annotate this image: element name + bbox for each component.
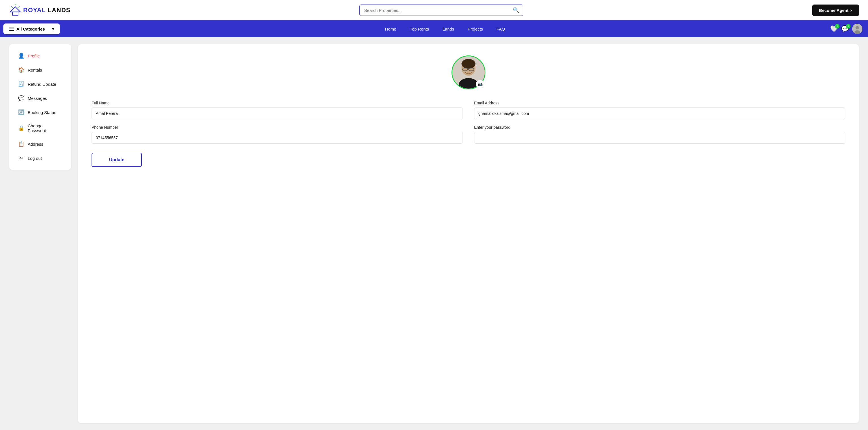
svg-point-6 <box>19 6 20 7</box>
sidebar-item-booking-status[interactable]: 🔄 Booking Status <box>11 105 69 119</box>
update-btn-wrap: Update <box>92 153 845 167</box>
svg-marker-2 <box>12 7 13 8</box>
sidebar-item-label: Refund Update <box>28 82 56 87</box>
sidebar-item-rentals[interactable]: 🏠 Rentals <box>11 63 69 77</box>
sidebar-item-refund-update[interactable]: 🧾 Refund Update <box>11 77 69 91</box>
top-header: ROYAL LANDS 🔍 Become Agent > <box>0 0 868 20</box>
messages-badge: 1 <box>846 24 850 29</box>
sidebar-item-address[interactable]: 📋 Address <box>11 137 69 151</box>
nav-top-rents[interactable]: Top Rents <box>410 27 429 31</box>
sidebar-item-label: Address <box>28 142 43 147</box>
nav-right-icons: 🤍 1 💬 1 <box>830 24 868 34</box>
logo: ROYAL LANDS <box>9 4 70 17</box>
search-icon: 🔍 <box>513 7 519 13</box>
camera-icon: 📷 <box>478 82 483 86</box>
profile-icon: 👤 <box>18 53 24 59</box>
profile-content: 📷 Full Name Email Address Phone Number E… <box>78 44 859 423</box>
sidebar-item-label: Booking Status <box>28 110 56 115</box>
search-bar-area: 🔍 <box>77 4 805 16</box>
svg-marker-0 <box>10 7 20 12</box>
chevron-down-icon: ▾ <box>52 26 54 31</box>
address-icon: 📋 <box>18 141 24 147</box>
logo-text: ROYAL LANDS <box>23 6 70 14</box>
main-layout: 👤 Profile 🏠 Rentals 🧾 Refund Update 💬 Me… <box>0 37 868 430</box>
nav-lands[interactable]: Lands <box>442 27 454 31</box>
profile-form: Full Name Email Address Phone Number Ent… <box>92 101 845 144</box>
lock-icon: 🔒 <box>18 125 24 131</box>
logo-icon <box>9 4 22 17</box>
email-input[interactable] <box>474 108 845 119</box>
booking-icon: 🔄 <box>18 109 24 115</box>
phone-label: Phone Number <box>92 125 463 130</box>
refund-icon: 🧾 <box>18 81 24 87</box>
rentals-icon: 🏠 <box>18 67 24 73</box>
sidebar-item-change-password[interactable]: 🔒 Change Password <box>11 119 69 137</box>
password-input[interactable] <box>474 132 845 144</box>
logout-icon: ↩ <box>18 155 24 161</box>
svg-point-8 <box>856 26 859 29</box>
sidebar-item-profile[interactable]: 👤 Profile <box>11 49 69 63</box>
update-button[interactable]: Update <box>92 153 142 167</box>
password-label: Enter your password <box>474 125 845 130</box>
camera-button[interactable]: 📷 <box>476 80 484 88</box>
messages-icon: 💬 <box>18 95 24 101</box>
messages-button[interactable]: 💬 1 <box>841 25 849 32</box>
nav-faq[interactable]: FAQ <box>496 27 505 31</box>
email-label: Email Address <box>474 101 845 105</box>
svg-point-12 <box>461 59 475 69</box>
svg-point-5 <box>11 6 12 7</box>
sidebar-item-label: Messages <box>28 96 47 101</box>
sidebar: 👤 Profile 🏠 Rentals 🧾 Refund Update 💬 Me… <box>9 44 71 170</box>
avatar-section: 📷 <box>92 55 845 89</box>
full-name-input[interactable] <box>92 108 463 119</box>
svg-rect-1 <box>12 12 18 15</box>
avatar-wrap: 📷 <box>452 55 486 89</box>
nav-links: Home Top Rents Lands Projects FAQ <box>60 27 830 31</box>
user-avatar-nav[interactable] <box>852 24 862 34</box>
email-group: Email Address <box>474 101 845 119</box>
become-agent-button[interactable]: Become Agent > <box>812 4 859 16</box>
wishlist-button[interactable]: 🤍 1 <box>830 25 838 32</box>
sidebar-item-label: Change Password <box>28 123 62 133</box>
sidebar-item-logout[interactable]: ↩ Log out <box>11 151 69 165</box>
categories-button[interactable]: All Categories ▾ <box>3 24 60 34</box>
nav-home[interactable]: Home <box>385 27 396 31</box>
sidebar-item-label: Log out <box>28 156 42 161</box>
nav-bar: All Categories ▾ Home Top Rents Lands Pr… <box>0 20 868 37</box>
categories-label: All Categories <box>17 27 45 31</box>
wishlist-badge: 1 <box>835 24 839 29</box>
search-button[interactable]: 🔍 <box>509 5 523 16</box>
hamburger-icon <box>9 27 14 31</box>
svg-marker-3 <box>15 4 17 5</box>
nav-projects[interactable]: Projects <box>468 27 483 31</box>
full-name-label: Full Name <box>92 101 463 105</box>
search-bar: 🔍 <box>360 4 523 16</box>
full-name-group: Full Name <box>92 101 463 119</box>
sidebar-item-messages[interactable]: 💬 Messages <box>11 91 69 105</box>
sidebar-item-label: Profile <box>28 54 40 58</box>
phone-input[interactable] <box>92 132 463 144</box>
phone-group: Phone Number <box>92 125 463 144</box>
password-group: Enter your password <box>474 125 845 144</box>
search-input[interactable] <box>360 5 509 16</box>
svg-marker-4 <box>18 7 19 8</box>
sidebar-item-label: Rentals <box>28 67 42 73</box>
